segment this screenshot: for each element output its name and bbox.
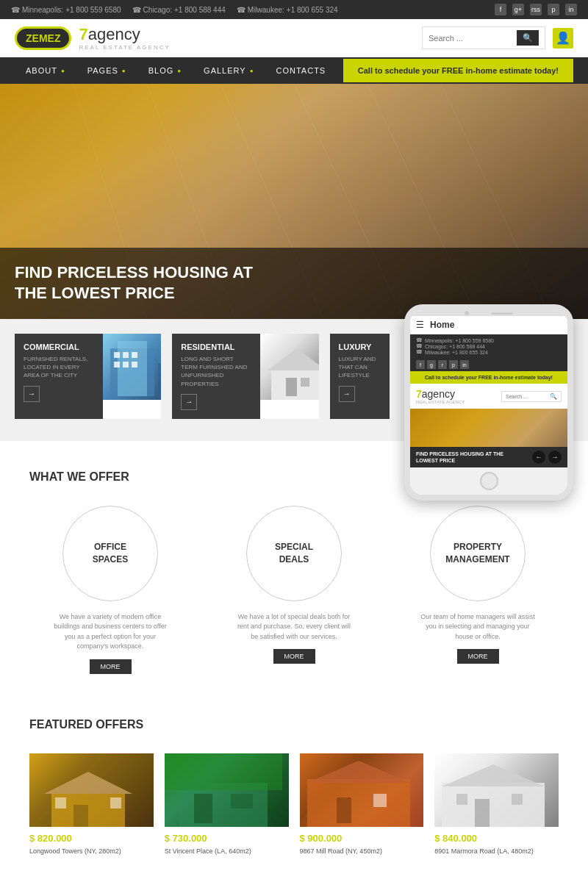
property-img-2 <box>165 753 289 827</box>
svg-rect-18 <box>286 378 297 396</box>
mob-hero-text: FIND PRICELESS HOUSING AT THE LOWEST PRI… <box>416 451 504 464</box>
property-thumb-4 <box>434 753 559 827</box>
offer-more-property[interactable]: MORE <box>457 649 499 664</box>
house-svg-2 <box>165 753 289 827</box>
featured-offers-title: FEATURED OFFERS <box>29 718 559 731</box>
mob-linkedin-icon[interactable]: in <box>460 360 469 369</box>
svg-rect-22 <box>74 805 88 827</box>
property-card-luxury[interactable]: LUXURY LUXURY AND THAT CAN LIFESTYLE → <box>330 334 390 419</box>
offer-circle-property: PROPERTYMANAGEMENT <box>430 506 526 601</box>
prop-card-text-residential: RESIDENTIAL LONG AND SHORT TERM FURNISHE… <box>172 334 260 419</box>
commercial-building-svg <box>103 334 161 400</box>
svg-rect-14 <box>132 362 137 368</box>
hero-section: FIND PRICELESS HOUSING AT THE LOWEST PRI… <box>0 84 588 319</box>
rss-icon[interactable]: rss <box>530 4 542 15</box>
user-icon[interactable]: 👤 <box>553 28 573 49</box>
mob-hero: FIND PRICELESS HOUSING AT THE LOWEST PRI… <box>410 409 567 467</box>
nav-item-about[interactable]: ABOUT ● <box>15 57 76 84</box>
offer-desc-office: We have a variety of modern office build… <box>51 612 169 652</box>
offer-item-property: PROPERTYMANAGEMENT Our team of home mana… <box>419 506 537 674</box>
commercial-img-bg <box>103 334 161 400</box>
property-price-3: $ 900.000 <box>300 833 424 844</box>
svg-rect-11 <box>132 352 137 358</box>
svg-marker-30 <box>307 761 410 783</box>
mob-home-label: Home <box>430 320 454 330</box>
svg-rect-19 <box>301 378 309 387</box>
logo-subtitle: REAL ESTATE AGENCY <box>79 44 170 51</box>
svg-rect-37 <box>512 794 523 805</box>
phone-home-button[interactable] <box>480 472 498 490</box>
residential-building-svg <box>260 334 318 400</box>
phone-minneapolis: ☎ Minneapolis: +1 800 559 6580 <box>11 6 121 14</box>
pinterest-icon[interactable]: p <box>548 4 559 15</box>
prop-desc-commercial: FURNISHED RENTALS, LOCATED IN EVERY AREA… <box>24 355 94 380</box>
prop-arrow-commercial[interactable]: → <box>24 386 40 402</box>
property-name-4: 8901 Marmora Road (LA, 480m2) <box>434 847 559 856</box>
nav-item-pages[interactable]: PAGES ● <box>76 57 137 84</box>
nav-bar: ABOUT ● PAGES ● BLOG ● GALLERY ● CONTACT… <box>0 57 588 84</box>
property-cards: COMMERCIAL FURNISHED RENTALS, LOCATED IN… <box>15 334 390 419</box>
nav-dot: ● <box>122 68 126 74</box>
mob-logo-area: 7agency REAL ESTATE AGENCY 🔍 <box>410 384 567 409</box>
svg-rect-9 <box>114 352 120 358</box>
prop-desc-residential: LONG AND SHORT TERM FURNISHED AND UNFURN… <box>181 355 251 388</box>
nav-cta[interactable]: Call to schedule your FREE in-home estim… <box>343 59 573 82</box>
logo-text: 7agency <box>79 25 170 44</box>
mob-search-input[interactable] <box>506 394 550 399</box>
property-item-2[interactable]: $ 730.000 St Vincent Place (LA, 640m2) <box>165 753 289 856</box>
mob-next-button[interactable]: → <box>548 451 562 464</box>
property-name-2: St Vincent Place (LA, 640m2) <box>165 847 289 856</box>
offer-more-deals[interactable]: MORE <box>273 649 315 664</box>
prop-type-commercial: COMMERCIAL <box>24 343 94 351</box>
prop-type-residential: RESIDENTIAL <box>181 343 251 351</box>
search-box[interactable]: 🔍 <box>422 26 545 49</box>
property-thumb-2 <box>165 753 289 827</box>
offer-more-office[interactable]: MORE <box>90 659 132 674</box>
mob-search-icon[interactable]: 🔍 <box>550 393 557 400</box>
mob-search[interactable]: 🔍 <box>501 391 562 402</box>
nav-item-contacts[interactable]: CONTACTS <box>265 57 337 84</box>
top-bar: ☎ Minneapolis: +1 800 559 6580 ☎ Chicago… <box>0 0 588 19</box>
mob-topbar: ☎ Minneapolis: +1 800 559 6580 ☎ Chicago… <box>410 334 567 358</box>
nav-item-blog[interactable]: BLOG ● <box>137 57 193 84</box>
mob-facebook-icon[interactable]: f <box>416 360 425 369</box>
prop-card-text-commercial: COMMERCIAL FURNISHED RENTALS, LOCATED IN… <box>15 334 103 419</box>
phone-notch <box>410 310 567 316</box>
property-card-residential[interactable]: RESIDENTIAL LONG AND SHORT TERM FURNISHE… <box>172 334 318 419</box>
prop-arrow-residential[interactable]: → <box>181 394 197 410</box>
svg-rect-26 <box>165 753 282 790</box>
property-price-1: $ 820.000 <box>29 833 154 844</box>
search-button[interactable]: 🔍 <box>517 30 539 46</box>
property-name-1: Longwood Towers (NY, 280m2) <box>29 847 154 856</box>
mob-menu-icon[interactable]: ☰ <box>416 320 424 330</box>
search-input[interactable] <box>429 34 517 43</box>
prop-arrow-luxury[interactable]: → <box>339 386 355 402</box>
prop-type-luxury: LUXURY <box>339 343 387 351</box>
property-thumb-1 <box>29 753 154 827</box>
mob-pinterest-icon[interactable]: p <box>449 360 458 369</box>
mob-google-icon[interactable]: g <box>427 360 436 369</box>
social-links[interactable]: f g+ rss p in <box>495 4 577 15</box>
mob-prev-button[interactable]: ← <box>532 451 545 464</box>
property-name-3: 9867 Mill Road (NY, 450m2) <box>300 847 424 856</box>
property-item-1[interactable]: $ 820.000 Longwood Towers (NY, 280m2) <box>29 753 154 856</box>
offer-label-office: OFFICESPACES <box>93 541 128 566</box>
svg-rect-36 <box>456 794 467 805</box>
property-card-commercial[interactable]: COMMERCIAL FURNISHED RENTALS, LOCATED IN… <box>15 334 161 419</box>
offers-grid: OFFICESPACES We have a variety of modern… <box>29 506 559 674</box>
nav-item-gallery[interactable]: GALLERY ● <box>193 57 265 84</box>
offer-circle-deals: SPECIALDEALS <box>246 506 342 601</box>
house-svg-1 <box>29 753 154 827</box>
property-item-4[interactable]: $ 840.000 8901 Marmora Road (LA, 480m2) <box>434 753 559 856</box>
linkedin-icon[interactable]: in <box>565 4 577 15</box>
svg-marker-34 <box>442 764 545 786</box>
svg-rect-15 <box>158 363 161 396</box>
svg-rect-32 <box>373 794 387 807</box>
header-right: 🔍 👤 <box>422 26 573 49</box>
property-item-3[interactable]: $ 900.000 9867 Mill Road (NY, 450m2) <box>300 753 424 856</box>
mob-rss-icon[interactable]: r <box>438 360 447 369</box>
logo-area: ZEMEZ 7agency REAL ESTATE AGENCY <box>15 25 171 51</box>
hero-title: FIND PRICELESS HOUSING AT THE LOWEST PRI… <box>15 262 272 304</box>
google-plus-icon[interactable]: g+ <box>512 4 524 15</box>
facebook-icon[interactable]: f <box>495 4 506 15</box>
